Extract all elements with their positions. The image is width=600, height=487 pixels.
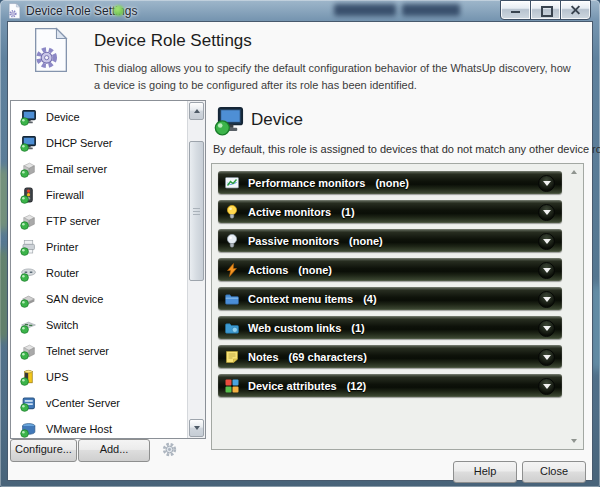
section-label: Performance monitors	[248, 177, 365, 189]
status-light-icon	[113, 5, 124, 16]
arrow-down-icon	[194, 426, 200, 430]
list-item-label: Telnet server	[46, 345, 109, 357]
chevron-down-icon	[543, 326, 551, 331]
list-item-dhcp-server[interactable]: DHCP Server	[11, 130, 188, 156]
list-item-device[interactable]: Device	[11, 104, 188, 130]
page-title: Device Role Settings	[94, 31, 252, 51]
list-item-label: VMware Host	[46, 423, 112, 435]
minimize-icon	[511, 11, 520, 13]
vmware-host-icon	[20, 421, 37, 438]
expand-arrow-button[interactable]	[538, 349, 555, 366]
actions-icon	[224, 262, 240, 278]
web-links-folder-icon	[224, 320, 240, 336]
section-bar-notes[interactable]: Notes(69 characters)	[218, 345, 562, 368]
list-item-label: Router	[46, 267, 79, 279]
section-count: (4)	[363, 293, 376, 305]
role-title: Device	[251, 110, 303, 130]
section-bar-actions[interactable]: Actions(none)	[218, 258, 562, 281]
traffic-light-icon	[20, 187, 37, 204]
list-item-email-server[interactable]: Email server	[11, 156, 188, 182]
section-count: (none)	[375, 177, 409, 189]
settings-document-icon	[32, 27, 70, 73]
expand-arrow-button[interactable]	[538, 204, 555, 221]
gear-icon[interactable]	[161, 441, 178, 458]
window-icon	[7, 3, 22, 19]
list-item-san-device[interactable]: SAN device	[11, 286, 188, 312]
section-bar-context-menu-items[interactable]: Context menu items(4)	[218, 287, 562, 310]
scroll-up-button[interactable]	[189, 102, 204, 120]
dialog-body: Device Role Settings This dialog allows …	[7, 21, 593, 481]
section-count: (69 characters)	[289, 351, 367, 363]
section-bar-performance-monitors[interactable]: Performance monitors(none)	[218, 171, 562, 194]
device-role-icon	[214, 105, 245, 136]
context-menu-folder-icon	[224, 291, 240, 307]
list-item-firewall[interactable]: Firewall	[11, 182, 188, 208]
redacted-text	[334, 4, 396, 16]
section-bar-active-monitors[interactable]: Active monitors(1)	[218, 200, 562, 223]
ups-battery-icon	[20, 369, 37, 386]
list-item-label: FTP server	[46, 215, 100, 227]
chevron-down-icon	[543, 181, 551, 186]
expand-arrow-button[interactable]	[538, 378, 555, 395]
list-item-switch[interactable]: Switch	[11, 312, 188, 338]
section-bar-passive-monitors[interactable]: Passive monitors(none)	[218, 229, 562, 252]
section-count: (none)	[349, 235, 383, 247]
section-bar-device-attributes[interactable]: Device attributes(12)	[218, 374, 562, 397]
section-label: Passive monitors	[248, 235, 339, 247]
list-item-telnet-server[interactable]: Telnet server	[11, 338, 188, 364]
chevron-down-icon	[543, 210, 551, 215]
computer-icon	[20, 109, 37, 126]
list-item-label: Email server	[46, 163, 107, 175]
close-button[interactable]: Close	[522, 461, 586, 483]
section-bar-web-custom-links[interactable]: Web custom links(1)	[218, 316, 562, 339]
panel-scrollbar[interactable]	[567, 165, 582, 448]
maximize-button[interactable]	[530, 0, 561, 20]
section-count: (1)	[351, 322, 364, 334]
redacted-text	[402, 4, 460, 16]
scroll-down-button[interactable]	[189, 419, 204, 437]
list-item-label: Firewall	[46, 189, 84, 201]
router-icon	[20, 265, 37, 282]
list-scrollbar[interactable]	[187, 101, 205, 438]
minimize-button[interactable]	[500, 0, 531, 20]
device-role-list: DeviceDHCP ServerEmail serverFirewallFTP…	[10, 100, 206, 439]
chevron-down-icon	[543, 268, 551, 273]
scrollbar-thumb[interactable]	[189, 141, 204, 281]
section-count: (12)	[347, 380, 367, 392]
notes-icon	[224, 349, 240, 365]
expand-arrow-button[interactable]	[538, 262, 555, 279]
device-role-settings-window: Device Role Settings Device Role Setting…	[0, 0, 600, 487]
crate-icon	[20, 161, 37, 178]
help-button[interactable]: Help	[453, 461, 517, 483]
expand-arrow-button[interactable]	[538, 291, 555, 308]
role-description: By default, this role is assigned to dev…	[213, 143, 600, 155]
crate-icon	[20, 343, 37, 360]
section-label: Active monitors	[248, 206, 331, 218]
expand-arrow-button[interactable]	[538, 175, 555, 192]
arrow-up-icon	[194, 109, 200, 113]
list-item-ftp-server[interactable]: FTP server	[11, 208, 188, 234]
list-item-vcenter-server[interactable]: vCenter Server	[11, 390, 188, 416]
device-attributes-icon	[224, 378, 240, 394]
add-button[interactable]: Add...	[78, 439, 150, 462]
list-item-router[interactable]: Router	[11, 260, 188, 286]
list-item-printer[interactable]: Printer	[11, 234, 188, 260]
chevron-down-icon	[543, 239, 551, 244]
list-item-label: DHCP Server	[46, 137, 112, 149]
computer-icon	[20, 135, 37, 152]
passive-monitor-bulb-icon	[224, 233, 240, 249]
active-monitor-bulb-icon	[224, 204, 240, 220]
section-label: Notes	[248, 351, 279, 363]
switch-icon	[20, 317, 37, 334]
expand-arrow-button[interactable]	[538, 320, 555, 337]
list-item-label: vCenter Server	[46, 397, 120, 409]
list-item-ups[interactable]: UPS	[11, 364, 188, 390]
printer-icon	[20, 239, 37, 256]
arrow-down-icon	[571, 439, 577, 443]
list-item-vmware-host[interactable]: VMware Host	[11, 416, 188, 438]
list-item-label: UPS	[46, 371, 69, 383]
section-count: (1)	[341, 206, 354, 218]
close-window-button[interactable]	[560, 0, 591, 20]
configure-button[interactable]: Configure...	[10, 439, 77, 462]
expand-arrow-button[interactable]	[538, 233, 555, 250]
